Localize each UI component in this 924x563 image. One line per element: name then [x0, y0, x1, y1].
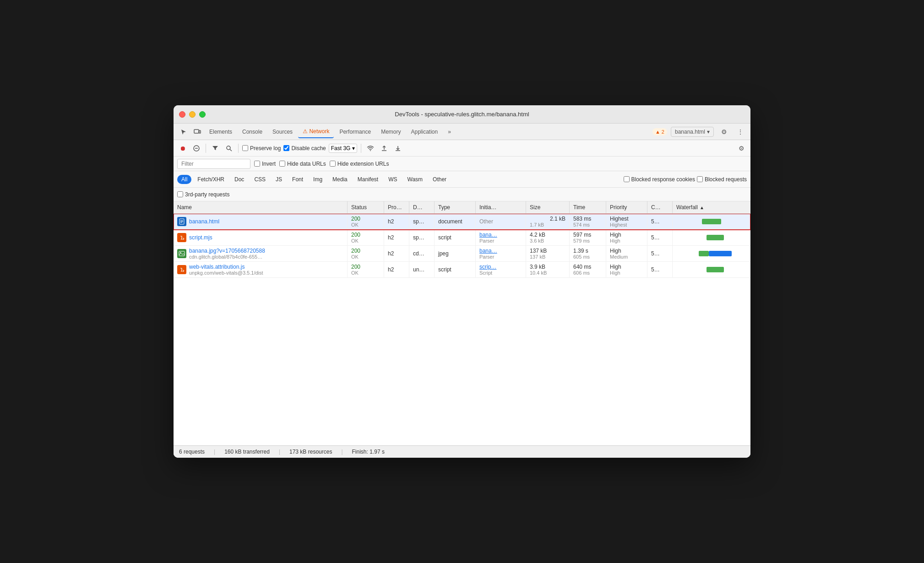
invert-checkbox[interactable]: Invert [254, 161, 276, 167]
toolbar-settings-icon[interactable]: ⚙ [736, 143, 747, 154]
tab-sources[interactable]: Sources [268, 126, 297, 138]
type-filter-js[interactable]: JS [272, 175, 286, 184]
blocked-requests-input[interactable] [697, 176, 703, 182]
tab-console[interactable]: Console [238, 126, 267, 138]
cell-protocol: h2 [384, 230, 409, 245]
waterfall-green-bar [699, 251, 709, 256]
cell-priority: High High [606, 262, 647, 277]
col-size[interactable]: Size [526, 201, 570, 213]
hide-ext-urls-input[interactable] [330, 161, 336, 167]
type-filter-css[interactable]: CSS [250, 175, 270, 184]
disable-cache-checkbox[interactable]: Disable cache [283, 145, 326, 152]
tab-performance[interactable]: Performance [335, 126, 375, 138]
devtools-more-icon[interactable]: ⋮ [734, 125, 747, 138]
col-name[interactable]: Name [174, 201, 348, 213]
type-filter-manifest[interactable]: Manifest [353, 175, 382, 184]
cell-protocol: h2 [384, 246, 409, 261]
titlebar: DevTools - speculative-rules.glitch.me/b… [174, 105, 750, 124]
cell-status: 200 OK [348, 246, 384, 261]
type-filter-media[interactable]: Media [328, 175, 352, 184]
upload-icon[interactable] [379, 143, 390, 154]
waterfall-green-bar [702, 219, 721, 224]
hide-ext-urls-checkbox[interactable]: Hide extension URLs [330, 161, 389, 167]
type-filter-wasm[interactable]: Wasm [403, 175, 427, 184]
warning-badge[interactable]: ▲▲ 2 2 [652, 128, 667, 135]
img-file-icon [177, 249, 186, 258]
tab-more[interactable]: » [443, 126, 456, 138]
type-filter-all[interactable]: All [177, 175, 191, 184]
devtools-settings-icon[interactable]: ⚙ [717, 125, 730, 138]
filter-icon[interactable] [210, 143, 221, 154]
cell-priority: High Medium [606, 246, 647, 261]
col-domain[interactable]: D… [409, 201, 435, 213]
col-priority[interactable]: Priority [606, 201, 647, 213]
devtools-window: DevTools - speculative-rules.glitch.me/b… [174, 105, 750, 458]
third-party-checkbox[interactable]: 3rd-party requests [177, 191, 229, 198]
table-row[interactable]: script.mjs 200 OK h2 sp… script bana… Pa… [174, 230, 750, 246]
network-throttle-select[interactable]: Fast 3G ▾ [329, 144, 358, 153]
tab-network[interactable]: ⚠ Network [298, 125, 334, 138]
html-file-icon [177, 217, 186, 226]
col-c[interactable]: C… [647, 201, 673, 213]
tab-elements[interactable]: Elements [205, 126, 237, 138]
type-filter-ws[interactable]: WS [384, 175, 401, 184]
cell-protocol: h2 [384, 214, 409, 229]
waterfall-blue-bar [709, 251, 732, 256]
svg-rect-1 [199, 130, 201, 133]
col-initiator[interactable]: Initia… [476, 201, 526, 213]
search-icon[interactable] [223, 143, 234, 154]
cell-c: 5… [647, 246, 673, 261]
cell-priority: Highest Highest [606, 214, 647, 229]
type-filter-doc[interactable]: Doc [230, 175, 248, 184]
tab-right-area: ▲▲ 2 2 banana.html ▾ ⚙ ⋮ [652, 125, 747, 138]
transferred-size: 160 kB transferred [224, 449, 270, 455]
hide-data-urls-checkbox[interactable]: Hide data URLs [279, 161, 326, 167]
cell-status: 200 OK [348, 230, 384, 245]
tab-memory[interactable]: Memory [376, 126, 405, 138]
filter-input[interactable] [177, 159, 250, 169]
type-filter-font[interactable]: Font [288, 175, 307, 184]
waterfall-bar [691, 249, 732, 258]
type-filter-img[interactable]: Img [309, 175, 326, 184]
cell-initiator: bana… Parser [476, 230, 526, 245]
svg-line-5 [230, 149, 232, 151]
third-party-input[interactable] [177, 191, 183, 197]
device-icon[interactable] [191, 125, 204, 138]
sort-icon: ▲ [700, 205, 704, 210]
blocked-response-cookies-input[interactable] [624, 176, 630, 182]
throttle-chevron-icon: ▾ [352, 145, 355, 152]
invert-input[interactable] [254, 161, 260, 167]
minimize-button[interactable] [189, 111, 196, 118]
wifi-icon[interactable] [365, 143, 376, 154]
table-header: Name Status Pro… D… Type Initia… Size Ti… [174, 201, 750, 214]
col-status[interactable]: Status [348, 201, 384, 213]
cursor-icon[interactable] [177, 125, 190, 138]
col-protocol[interactable]: Pro… [384, 201, 409, 213]
blocked-response-cookies-checkbox[interactable]: Blocked response cookies [624, 176, 695, 183]
table-row[interactable]: banana.html 200 OK h2 sp… document Other… [174, 214, 750, 230]
cell-size: 4.2 kB 3.6 kB [526, 230, 570, 245]
clear-button[interactable] [191, 143, 202, 154]
close-button[interactable] [179, 111, 185, 118]
type-filter-fetch-xhr[interactable]: Fetch/XHR [193, 175, 228, 184]
table-row[interactable]: web-vitals.attribution.js unpkg.com/web-… [174, 262, 750, 278]
hide-data-urls-input[interactable] [279, 161, 285, 167]
cell-domain: sp… [409, 230, 435, 245]
cell-type: jpeg [435, 246, 476, 261]
preserve-log-checkbox[interactable]: Preserve log [242, 145, 281, 152]
tab-application[interactable]: Application [406, 126, 442, 138]
zoom-button[interactable] [199, 111, 206, 118]
col-time[interactable]: Time [570, 201, 606, 213]
download-icon[interactable] [392, 143, 403, 154]
col-type[interactable]: Type [435, 201, 476, 213]
table-row[interactable]: banana.jpg?v=1705668720588 cdn.glitch.gl… [174, 246, 750, 262]
cell-initiator: bana… Parser [476, 246, 526, 261]
active-page-tab[interactable]: banana.html ▾ [671, 127, 714, 137]
cell-protocol: h2 [384, 262, 409, 277]
type-filter-other[interactable]: Other [429, 175, 451, 184]
col-waterfall[interactable]: Waterfall ▲ [673, 201, 750, 213]
disable-cache-input[interactable] [283, 145, 289, 151]
record-button[interactable]: ⏺ [177, 143, 188, 154]
blocked-requests-checkbox[interactable]: Blocked requests [697, 176, 747, 183]
preserve-log-input[interactable] [242, 145, 248, 151]
